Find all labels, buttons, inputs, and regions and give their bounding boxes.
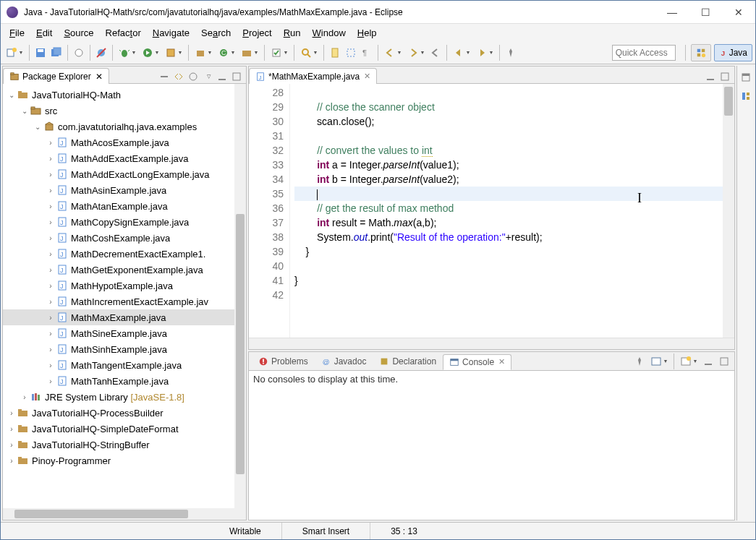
tree-item[interactable]: ›JMathTangentExample.java [3, 357, 246, 373]
problems-tab[interactable]: Problems [252, 353, 315, 369]
package-explorer-view: Package Explorer ✕ ▽ ⌄JavaTutorialHQ-Mat… [2, 66, 247, 520]
svg-rect-24 [697, 48, 700, 51]
editor-horizontal-scrollbar[interactable] [249, 338, 734, 349]
maximize-panel-button[interactable] [717, 353, 731, 369]
tree-item[interactable]: ›Pinoy-Programmer [3, 453, 246, 468]
minimize-panel-button[interactable] [701, 353, 715, 369]
menu-source[interactable]: Source [58, 26, 99, 40]
tree-item[interactable]: ›JMathHypotExample.java [3, 278, 246, 293]
open-console-button[interactable]: ▼ [678, 353, 700, 369]
display-console-button[interactable]: ▼ [648, 353, 670, 369]
package-explorer-tree[interactable]: ⌄JavaTutorialHQ-Math⌄src⌄com.javatutoria… [3, 84, 246, 508]
open-type-button[interactable] [72, 45, 86, 61]
tree-item[interactable]: ›JMathIncrementExactExample.jav [3, 293, 246, 309]
minimize-editor-button[interactable] [704, 70, 717, 83]
minimize-view-button[interactable] [216, 70, 229, 83]
java-perspective-button[interactable]: JJava [714, 44, 752, 61]
tree-item[interactable]: ›JMathAcosExample.java [3, 134, 246, 150]
maximize-view-button[interactable] [230, 70, 243, 83]
menu-navigate[interactable]: Navigate [147, 26, 195, 40]
svg-rect-14 [197, 51, 204, 56]
toggle-mark-button[interactable] [328, 45, 342, 61]
package-explorer-tab[interactable]: Package Explorer ✕ [3, 68, 109, 84]
code-editor[interactable]: 282930313233343536373839404142 I // clos… [249, 84, 734, 338]
collapse-all-button[interactable] [158, 70, 171, 83]
menu-window[interactable]: Window [307, 26, 352, 40]
search-button[interactable]: ▼ [298, 45, 320, 61]
tree-item[interactable]: ⌄src [3, 103, 246, 119]
maximize-editor-button[interactable] [718, 70, 731, 83]
toggle-block-sel-button[interactable] [344, 45, 358, 61]
new-class-button[interactable]: C▼ [216, 45, 237, 61]
declaration-tab[interactable]: Declaration [373, 353, 443, 369]
menu-help[interactable]: Help [352, 26, 383, 40]
pin-console-button[interactable] [632, 353, 647, 369]
last-edit2-button[interactable] [428, 45, 443, 61]
close-icon[interactable]: ✕ [498, 357, 505, 367]
close-icon[interactable]: ✕ [364, 72, 370, 81]
minimize-button[interactable]: — [655, 1, 689, 23]
svg-rect-88 [263, 359, 264, 361]
tree-item[interactable]: ›JMathMaxExample.java [3, 309, 246, 325]
package-explorer-title: Package Explorer [22, 72, 91, 82]
open-task-button[interactable]: ▼ [268, 45, 290, 61]
show-whitespace-button[interactable]: ¶ [360, 45, 374, 61]
new-package-button[interactable]: ▼ [192, 45, 214, 61]
tree-item[interactable]: ›JMathCoshExample.java [3, 230, 246, 246]
next-annotation-button[interactable]: ▼ [405, 45, 427, 61]
tree-item[interactable]: ⌄JavaTutorialHQ-Math [3, 87, 246, 103]
menu-file[interactable]: File [4, 26, 30, 40]
debug-button[interactable]: ▼ [116, 45, 138, 61]
tree-item[interactable]: ›JMathGetExponentExample.java [3, 262, 246, 278]
tree-item[interactable]: ›JMathAtanExample.java [3, 198, 246, 214]
menu-run[interactable]: Run [278, 26, 307, 40]
editor-tab-title: *MathMaxExample.java [268, 72, 360, 82]
view-menu-button[interactable]: ▽ [201, 70, 214, 83]
save-button[interactable] [33, 45, 48, 61]
new-button[interactable]: ▼ [4, 45, 25, 61]
run-last-button[interactable]: ▼ [163, 45, 184, 61]
menu-search[interactable]: Search [195, 26, 237, 40]
run-button[interactable]: ▼ [140, 45, 161, 61]
restore-button[interactable] [739, 70, 753, 85]
outline-fastview-button[interactable] [739, 89, 753, 103]
tree-item[interactable]: ›JavaTutorialHQ-SimpleDateFormat [3, 421, 246, 437]
close-icon[interactable]: ✕ [95, 72, 103, 82]
tree-item[interactable]: ›JMathSineExample.java [3, 325, 246, 341]
svg-text:J: J [60, 187, 64, 194]
horizontal-scrollbar[interactable] [3, 508, 246, 520]
menu-edit[interactable]: Edit [30, 26, 58, 40]
close-button[interactable]: ✕ [722, 1, 755, 23]
editor-tab[interactable]: J *MathMaxExample.java ✕ [249, 68, 377, 84]
link-editor-button[interactable] [172, 70, 185, 83]
javadoc-tab[interactable]: @Javadoc [315, 353, 373, 369]
tree-item[interactable]: ›JMathCopySignExample.java [3, 214, 246, 230]
tree-item[interactable]: ›JMathDecrementExactExample1. [3, 246, 246, 262]
tree-item[interactable]: ›JMathAsinExample.java [3, 182, 246, 198]
open-perspective-button[interactable] [691, 44, 711, 61]
tree-item[interactable]: ›JavaTutorialHQ-ProcessBuilder [3, 405, 246, 421]
focus-task-button[interactable] [187, 70, 200, 83]
tree-item[interactable]: ›JRE System Library [JavaSE-1.8] [3, 389, 246, 405]
tree-item[interactable]: ⌄com.javatutorialhq.java.examples [3, 119, 246, 134]
tree-item[interactable]: ›JMathTanhExample.java [3, 373, 246, 389]
vertical-scrollbar[interactable] [234, 84, 246, 508]
tree-item[interactable]: ›JMathAddExactLongExample.java [3, 166, 246, 182]
last-edit-button[interactable]: ▼ [382, 45, 404, 61]
skip-breakpoints-button[interactable] [94, 45, 109, 61]
tree-item[interactable]: ›JMathAddExactExample.java [3, 150, 246, 166]
new-source-folder-button[interactable]: ▼ [239, 45, 260, 61]
menu-refactor[interactable]: Refactor [100, 26, 147, 40]
console-tab[interactable]: Console✕ [443, 354, 511, 370]
forward-button[interactable]: ▼ [474, 45, 496, 61]
back-button[interactable]: ▼ [451, 45, 472, 61]
tree-item[interactable]: ›JavaTutorialHQ-StringBuffer [3, 437, 246, 453]
code-content[interactable]: I // close the scanner object scan.close… [290, 84, 734, 338]
pin-editor-button[interactable] [504, 45, 518, 61]
quick-access-input[interactable] [612, 45, 676, 61]
save-all-button[interactable] [49, 45, 64, 61]
menu-project[interactable]: Project [237, 26, 277, 40]
tree-item[interactable]: ›JMathSinhExample.java [3, 341, 246, 357]
editor-vertical-scrollbar[interactable] [723, 84, 734, 338]
maximize-button[interactable]: ☐ [689, 1, 722, 23]
